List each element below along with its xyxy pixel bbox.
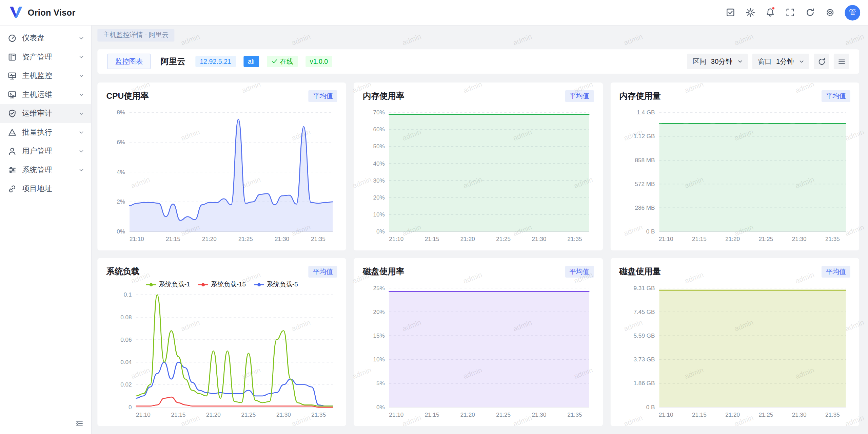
chart-canvas[interactable]: 0 B1.86 GB3.73 GB5.59 GB7.45 GB9.31 GB21… (619, 280, 850, 420)
chart-title: 磁盘使用率 (363, 266, 404, 277)
svg-text:21:25: 21:25 (758, 411, 773, 418)
sidebar-item-label: 项目地址 (22, 184, 52, 194)
svg-text:10%: 10% (373, 356, 385, 363)
sidebar-item-label: 资产管理 (22, 52, 52, 62)
sidebar-item-label: 主机运维 (22, 90, 52, 99)
chart-canvas[interactable]: 系统负载-1系统负载-15系统负载-500.020.040.060.080.12… (106, 280, 337, 420)
svg-text:21:35: 21:35 (568, 411, 582, 418)
app-title: Orion Visor (28, 7, 76, 17)
batch-icon (8, 128, 17, 137)
sidebar-item-user-mgmt[interactable]: 用户管理 (0, 142, 91, 161)
chart-card-mem-usage-amount: 内存使用量平均值0 B286 MB572 MB858 MB1.12 GB1.4 … (610, 82, 859, 250)
legend-item[interactable]: 系统负载-5 (254, 280, 298, 288)
svg-text:4%: 4% (117, 169, 125, 175)
hamburger-icon (837, 57, 845, 65)
svg-text:1.4 GB: 1.4 GB (637, 109, 655, 116)
svg-text:1.86 GB: 1.86 GB (633, 380, 655, 387)
sidebar-item-ops-audit[interactable]: 运维审计 (0, 104, 91, 123)
svg-text:21:15: 21:15 (692, 411, 706, 418)
svg-text:21:15: 21:15 (425, 235, 439, 242)
chart-canvas[interactable]: 0%10%20%30%40%50%60%70%21:1021:1521:2021… (363, 105, 594, 245)
breadcrumb-row: 主机监控详情 - 阿里云 (97, 29, 859, 42)
link-icon (8, 185, 17, 193)
range-select-value: 30分钟 (711, 57, 733, 66)
chart-controls: 区间 30分钟 窗口 1分钟 (687, 54, 849, 69)
svg-text:60%: 60% (373, 126, 385, 133)
chevron-down-icon (78, 54, 85, 60)
svg-text:286 MB: 286 MB (635, 204, 655, 211)
sidebar-item-dashboard[interactable]: 仪表盘 (0, 29, 91, 48)
sidebar-item-assets[interactable]: 资产管理 (0, 48, 91, 67)
chart-header: 内存使用量平均值 (619, 89, 850, 102)
sidebar-item-system-mgmt[interactable]: 系统管理 (0, 161, 91, 180)
sidebar-item-label: 运维审计 (22, 109, 52, 118)
user-avatar[interactable]: 管 (845, 5, 860, 20)
layout-menu-button[interactable] (834, 54, 849, 69)
sidebar-collapse-button[interactable] (73, 417, 86, 430)
chart-canvas[interactable]: 0%5%10%15%20%25%21:1021:1521:2021:2521:3… (363, 280, 594, 420)
chevron-down-icon (78, 73, 85, 79)
chevron-down-icon (78, 110, 85, 117)
sidebar-item-label: 仪表盘 (22, 33, 44, 43)
svg-text:21:20: 21:20 (725, 235, 740, 242)
svg-text:21:25: 21:25 (241, 411, 256, 418)
avg-value-tag: 平均值 (822, 90, 850, 101)
svg-text:21:20: 21:20 (725, 411, 740, 418)
chart-title: 内存使用量 (619, 91, 660, 101)
svg-text:0.04: 0.04 (120, 359, 132, 365)
fullscreen-icon (785, 8, 795, 17)
svg-text:0%: 0% (117, 228, 125, 235)
sidebar-item-host-ops[interactable]: 主机运维 (0, 85, 91, 104)
chart-svg: 00.020.040.060.080.121:1021:1521:2021:25… (106, 280, 337, 420)
svg-text:21:10: 21:10 (658, 411, 673, 418)
svg-text:21:25: 21:25 (758, 235, 773, 242)
chart-canvas[interactable]: 0 B286 MB572 MB858 MB1.12 GB1.4 GB21:102… (619, 105, 850, 245)
svg-text:9.31 GB: 9.31 GB (633, 285, 655, 291)
sidebar-item-project-link[interactable]: 项目地址 (0, 180, 91, 199)
reload-button[interactable] (802, 4, 818, 21)
chart-title: CPU使用率 (106, 91, 149, 101)
legend-label: 系统负载-15 (211, 280, 246, 288)
theme-button[interactable] (742, 4, 758, 21)
monitor-chart-button[interactable]: 监控图表 (107, 54, 151, 69)
legend-item[interactable]: 系统负载-1 (146, 280, 190, 288)
notification-badge (772, 6, 775, 10)
svg-text:21:25: 21:25 (496, 235, 511, 242)
fullscreen-button[interactable] (782, 4, 798, 21)
legend-item[interactable]: 系统负载-15 (198, 280, 245, 288)
sidebar-item-batch-exec[interactable]: 批量执行 (0, 123, 91, 142)
refresh-charts-button[interactable] (814, 54, 829, 69)
breadcrumb[interactable]: 主机监控详情 - 阿里云 (97, 29, 174, 42)
host-name: 阿里云 (160, 56, 185, 67)
svg-text:0 B: 0 B (646, 404, 655, 411)
svg-text:21:30: 21:30 (276, 411, 291, 418)
svg-text:0.06: 0.06 (120, 336, 132, 343)
tasks-button[interactable] (722, 4, 738, 21)
top-header: Orion Visor 管 (0, 0, 868, 25)
notifications-button[interactable] (762, 4, 778, 21)
chart-svg: 0%10%20%30%40%50%60%70%21:1021:1521:2021… (363, 105, 594, 245)
brand: Orion Visor (9, 6, 75, 19)
svg-text:70%: 70% (373, 109, 385, 116)
settings-button[interactable] (822, 4, 838, 21)
chart-canvas[interactable]: 0%2%4%6%8%21:1021:1521:2021:2521:3021:35 (106, 105, 337, 245)
svg-text:21:15: 21:15 (425, 411, 439, 418)
sun-icon (745, 8, 755, 17)
refresh-icon (805, 8, 815, 17)
svg-text:25%: 25% (373, 285, 385, 291)
legend-label: 系统负载-5 (267, 280, 298, 288)
host-info: 监控图表 阿里云 12.92.5.21 ali 在线 v1.0.0 (107, 54, 333, 69)
chart-svg: 0 B286 MB572 MB858 MB1.12 GB1.4 GB21:102… (619, 105, 850, 245)
chart-header: 内存使用率平均值 (363, 89, 594, 102)
sidebar-item-label: 用户管理 (22, 146, 52, 156)
host-ip-chip: 12.92.5.21 (195, 56, 236, 67)
svg-text:21:35: 21:35 (825, 235, 840, 242)
chevron-down-icon (78, 91, 85, 98)
svg-text:21:10: 21:10 (389, 411, 404, 418)
range-select[interactable]: 区间 30分钟 (687, 54, 748, 69)
window-select[interactable]: 窗口 1分钟 (752, 54, 809, 69)
sidebar-item-host-monitor[interactable]: 主机监控 (0, 67, 91, 86)
check-square-icon (726, 8, 735, 17)
chevron-down-icon (78, 129, 85, 136)
sidebar-item-label: 批量执行 (22, 128, 52, 137)
